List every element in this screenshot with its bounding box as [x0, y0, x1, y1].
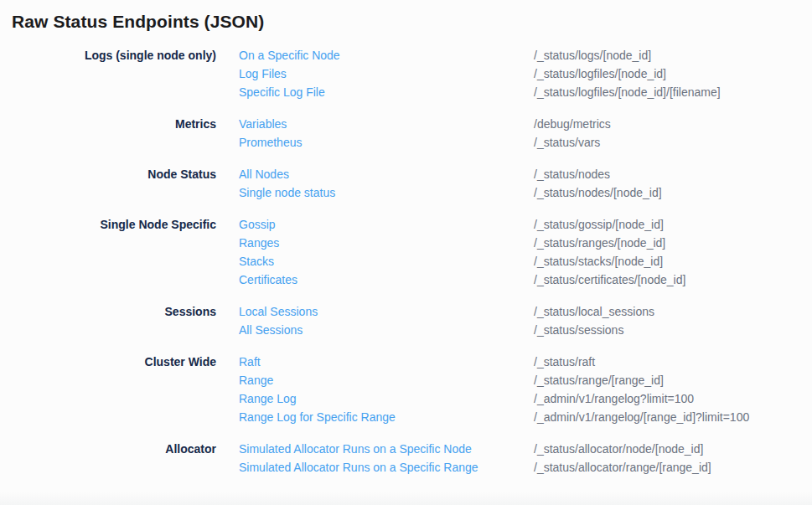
endpoint-row: On a Specific Node /_status/logs/[node_i…	[239, 46, 812, 64]
page-title: Raw Status Endpoints (JSON)	[12, 10, 812, 33]
endpoint-row: Ranges /_status/ranges/[node_id]	[239, 234, 812, 252]
endpoint-link[interactable]: Certificates	[239, 271, 297, 289]
endpoint-link[interactable]: Log Files	[239, 64, 287, 83]
endpoint-row: Single node status /_status/nodes/[node_…	[239, 183, 812, 202]
endpoint-path: /_status/certificates/[node_id]	[534, 271, 812, 289]
endpoint-row: All Sessions /_status/sessions	[239, 321, 812, 339]
endpoint-path: /_status/vars	[534, 133, 812, 152]
endpoint-link[interactable]: Gossip	[239, 215, 276, 234]
endpoint-group: Allocator Simulated Allocator Runs on a …	[0, 440, 812, 477]
endpoint-group: Cluster Wide Raft /_status/raft Range /_…	[0, 353, 812, 426]
category-label: Cluster Wide	[0, 353, 216, 371]
endpoint-link[interactable]: Local Sessions	[239, 302, 318, 321]
endpoint-row: All Nodes /_status/nodes	[239, 165, 812, 183]
endpoint-path: /_status/gossip/[node_id]	[534, 215, 812, 234]
endpoint-row: Variables /debug/metrics	[239, 115, 812, 133]
endpoint-group: Single Node Specific Gossip /_status/gos…	[0, 215, 812, 289]
endpoint-groups: Logs (single node only) On a Specific No…	[0, 46, 812, 477]
endpoint-path: /_status/nodes	[534, 165, 812, 183]
endpoint-link[interactable]: Stacks	[239, 252, 274, 271]
endpoint-row: Gossip /_status/gossip/[node_id]	[239, 215, 812, 234]
endpoint-row: Certificates /_status/certificates/[node…	[239, 271, 812, 289]
endpoint-link[interactable]: Range Log	[239, 389, 297, 408]
endpoint-path: /_status/logfiles/[node_id]	[534, 64, 812, 83]
endpoint-link[interactable]: Simulated Allocator Runs on a Specific R…	[239, 458, 478, 477]
endpoint-link[interactable]: Range Log for Specific Range	[239, 408, 396, 426]
category-label: Logs (single node only)	[0, 46, 216, 64]
entry-rows: On a Specific Node /_status/logs/[node_i…	[216, 46, 812, 101]
entry-rows: All Nodes /_status/nodes Single node sta…	[216, 165, 812, 202]
page-bottom-fade	[0, 492, 812, 505]
endpoint-link[interactable]: Range	[239, 371, 273, 389]
endpoint-path: /_status/sessions	[534, 321, 812, 339]
endpoint-path: /_status/allocator/node/[node_id]	[534, 440, 812, 458]
entry-rows: Variables /debug/metrics Prometheus /_st…	[216, 115, 812, 152]
endpoint-path: /debug/metrics	[534, 115, 812, 133]
category-label: Metrics	[0, 115, 216, 133]
endpoint-group: Node Status All Nodes /_status/nodes Sin…	[0, 165, 812, 202]
category-label: Sessions	[0, 302, 216, 321]
endpoint-path: /_status/logfiles/[node_id]/[filename]	[534, 83, 812, 101]
endpoint-group: Metrics Variables /debug/metrics Prometh…	[0, 115, 812, 152]
endpoint-path: /_admin/v1/rangelog?limit=100	[534, 389, 812, 408]
endpoint-link[interactable]: Simulated Allocator Runs on a Specific N…	[239, 440, 472, 458]
endpoint-link[interactable]: On a Specific Node	[239, 46, 340, 64]
entry-rows: Gossip /_status/gossip/[node_id] Ranges …	[216, 215, 812, 289]
endpoint-path: /_status/range/[range_id]	[534, 371, 812, 389]
endpoint-row: Local Sessions /_status/local_sessions	[239, 302, 812, 321]
endpoint-path: /_status/allocator/range/[range_id]	[534, 458, 812, 477]
endpoint-row: Range Log for Specific Range /_admin/v1/…	[239, 408, 812, 426]
endpoint-link[interactable]: Specific Log File	[239, 83, 325, 101]
endpoint-row: Stacks /_status/stacks/[node_id]	[239, 252, 812, 271]
endpoint-group: Sessions Local Sessions /_status/local_s…	[0, 302, 812, 339]
endpoint-link[interactable]: Variables	[239, 115, 287, 133]
entry-rows: Simulated Allocator Runs on a Specific N…	[216, 440, 812, 477]
endpoint-path: /_status/stacks/[node_id]	[534, 252, 812, 271]
endpoint-path: /_status/nodes/[node_id]	[534, 183, 812, 202]
endpoint-path: /_status/raft	[534, 353, 812, 371]
endpoint-row: Specific Log File /_status/logfiles/[nod…	[239, 83, 812, 101]
entry-rows: Raft /_status/raft Range /_status/range/…	[216, 353, 812, 426]
endpoint-row: Simulated Allocator Runs on a Specific N…	[239, 440, 812, 458]
endpoint-row: Range /_status/range/[range_id]	[239, 371, 812, 389]
endpoint-link[interactable]: Raft	[239, 353, 261, 371]
category-label: Allocator	[0, 440, 216, 458]
endpoint-row: Simulated Allocator Runs on a Specific R…	[239, 458, 812, 477]
endpoint-link[interactable]: Ranges	[239, 234, 279, 252]
endpoint-link[interactable]: Prometheus	[239, 133, 302, 152]
endpoint-link[interactable]: Single node status	[239, 183, 335, 202]
endpoint-row: Prometheus /_status/vars	[239, 133, 812, 152]
endpoint-row: Raft /_status/raft	[239, 353, 812, 371]
entry-rows: Local Sessions /_status/local_sessions A…	[216, 302, 812, 339]
endpoint-path: /_status/ranges/[node_id]	[534, 234, 812, 252]
category-label: Single Node Specific	[0, 215, 216, 234]
endpoint-link[interactable]: All Sessions	[239, 321, 303, 339]
endpoint-row: Log Files /_status/logfiles/[node_id]	[239, 64, 812, 83]
endpoint-link[interactable]: All Nodes	[239, 165, 289, 183]
endpoint-group: Logs (single node only) On a Specific No…	[0, 46, 812, 101]
endpoint-row: Range Log /_admin/v1/rangelog?limit=100	[239, 389, 812, 408]
endpoint-path: /_admin/v1/rangelog/[range_id]?limit=100	[534, 408, 812, 426]
category-label: Node Status	[0, 165, 216, 183]
raw-status-endpoints-page: Raw Status Endpoints (JSON) Logs (single…	[0, 10, 812, 505]
endpoint-path: /_status/logs/[node_id]	[534, 46, 812, 64]
endpoint-path: /_status/local_sessions	[534, 302, 812, 321]
